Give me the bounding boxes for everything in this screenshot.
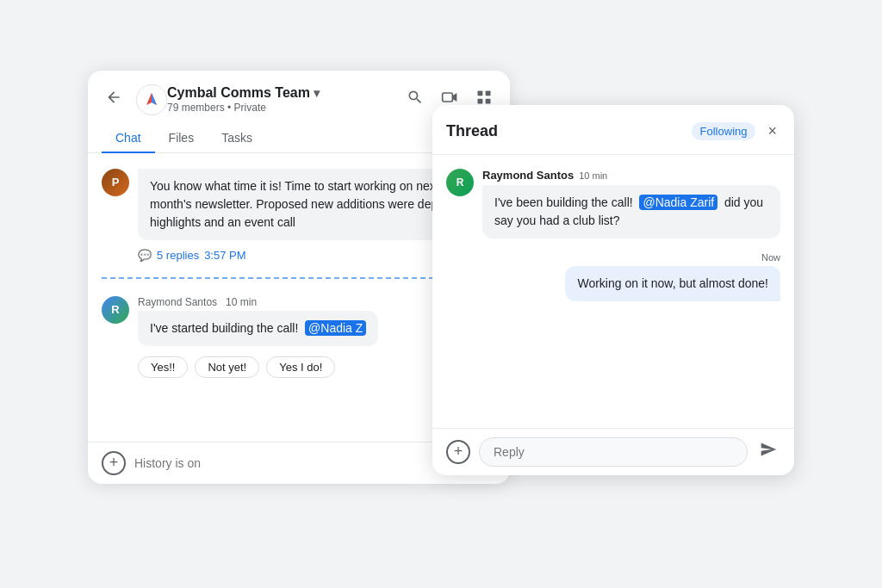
thread-add-button[interactable]: +: [446, 440, 470, 464]
thread-title: Thread: [446, 122, 683, 140]
svg-rect-2: [478, 91, 483, 96]
sender-name-text: Raymond Santos: [138, 296, 217, 308]
following-badge[interactable]: Following: [692, 122, 756, 140]
reply-thread-icon: 💬: [138, 249, 152, 262]
chevron-down-icon[interactable]: ▾: [314, 86, 320, 100]
svg-rect-5: [486, 99, 491, 104]
mention-tag: @Nadia Z: [305, 320, 366, 336]
wavy-divider: [102, 277, 451, 279]
send-button[interactable]: [756, 437, 780, 466]
sent-bubble: Working on it now, but almost done!: [565, 266, 780, 301]
thread-reply-row: +: [432, 428, 794, 475]
message-bubble-2: I've started building the call! @Nadia Z: [138, 311, 378, 346]
avatar-raymond: R: [102, 296, 129, 324]
replies-count: 5 replies: [157, 249, 199, 262]
thread-bubble-1: I've been building the call! @Nadia Zari…: [482, 185, 780, 238]
thread-mention-tag: @Nadia Zarif: [639, 195, 717, 210]
quick-reply-yesido[interactable]: Yes I do!: [266, 356, 335, 378]
thread-bubble-right: Now Working on it now, but almost done!: [432, 249, 794, 305]
tab-chat[interactable]: Chat: [102, 124, 155, 153]
back-button[interactable]: [102, 85, 126, 114]
svg-rect-4: [478, 99, 483, 104]
thread-time-right: Now: [761, 252, 780, 263]
tab-files[interactable]: Files: [155, 124, 208, 153]
quick-reply-yes[interactable]: Yes!!: [138, 356, 188, 378]
svg-rect-1: [443, 93, 453, 102]
search-icon[interactable]: [403, 85, 427, 114]
thread-text-before: I've been building the call!: [494, 195, 633, 209]
thread-panel: Thread Following × R Raymond Santos 10 m…: [432, 105, 794, 475]
replies-time: 3:57 PM: [204, 249, 245, 262]
quick-reply-notyet[interactable]: Not yet!: [195, 356, 259, 378]
space-info: Cymbal Comms Team ▾ 79 members • Private: [167, 85, 403, 114]
space-meta: 79 members • Private: [167, 102, 403, 114]
svg-rect-3: [486, 91, 491, 96]
thread-sender-name: Raymond Santos 10 min: [482, 169, 780, 182]
thread-reply-input[interactable]: [479, 437, 748, 467]
thread-avatar-raymond: R: [446, 169, 474, 196]
message-text-before: I've started building the call!: [150, 321, 298, 335]
thread-sender-time: 10 min: [579, 170, 607, 181]
close-button[interactable]: ×: [764, 119, 780, 144]
thread-body: R Raymond Santos 10 min I've been buildi…: [432, 155, 794, 428]
thread-message-content-1: Raymond Santos 10 min I've been building…: [482, 169, 780, 238]
tab-tasks[interactable]: Tasks: [208, 124, 266, 153]
thread-header: Thread Following ×: [432, 105, 794, 155]
thread-sender-name-text: Raymond Santos: [482, 169, 574, 182]
thread-message-row-1: R Raymond Santos 10 min I've been buildi…: [432, 165, 794, 242]
space-avatar: [136, 84, 167, 115]
add-attachment-button[interactable]: +: [102, 451, 126, 475]
space-name-label: Cymbal Comms Team: [167, 85, 310, 101]
avatar: P: [102, 169, 129, 196]
sender-time: 10 min: [226, 296, 257, 308]
